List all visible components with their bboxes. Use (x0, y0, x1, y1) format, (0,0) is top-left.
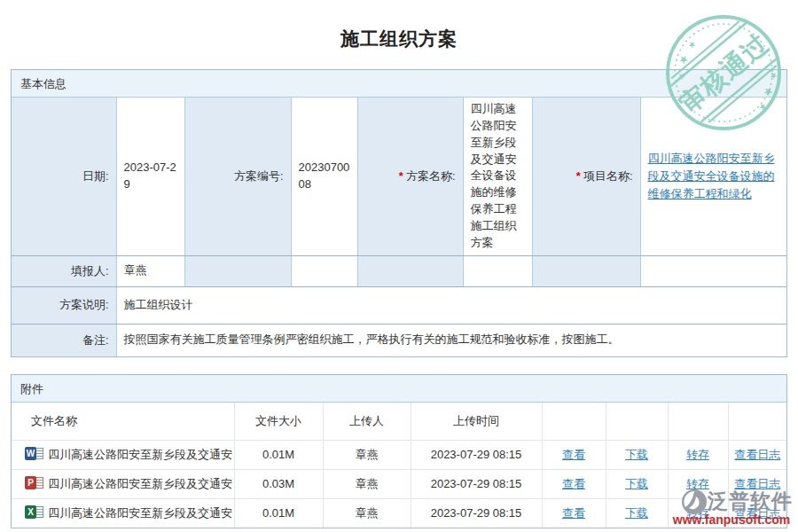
col-file-size: 文件大小 (234, 403, 323, 440)
action-cell: 转存 (668, 440, 728, 469)
empty-value-cell (463, 255, 532, 286)
file-name: 四川高速公路阳安至新乡段及交通安 (48, 506, 232, 520)
file-name: 四川高速公路阳安至新乡段及交通安 (48, 477, 232, 490)
attachments-header-row: 文件名称 文件大小 上传人 上传时间 (12, 403, 786, 440)
transfer-link[interactable]: 转存 (686, 448, 709, 461)
empty-label-cell (532, 255, 640, 286)
file-name-cell: W四川高速公路阳安至新乡段及交通安 (12, 440, 234, 469)
view-link[interactable]: 查看 (562, 506, 585, 520)
basic-info-table: 日期: 2023-07-29 方案编号: 2023070008 *方案名称: 四… (12, 98, 786, 356)
file-name: 四川高速公路阳安至新乡段及交通安 (48, 448, 232, 461)
date-label: 日期: (12, 98, 116, 255)
file-name-cell: P四川高速公路阳安至新乡段及交通安 (12, 469, 234, 498)
pdf-file-icon: P (25, 476, 43, 490)
empty-value-cell (291, 255, 357, 286)
page: 施工组织方案 基本信息 日期: 2023-07-29 方案编号: 2023070… (0, 0, 798, 532)
reporter-label: 填报人: (12, 255, 116, 286)
basic-info-section-title: 基本信息 (12, 70, 786, 98)
file-uploader: 章燕 (323, 469, 411, 498)
table-row: 备注: 按照国家有关施工质量管理条例严密组织施工，严格执行有关的施工规范和验收标… (12, 324, 786, 356)
file-size: 0.01M (234, 498, 323, 528)
col-action-empty (668, 403, 728, 440)
attachment-row: W四川高速公路阳安至新乡段及交通安 0.01M 章燕 2023-07-29 08… (12, 440, 786, 469)
file-upload-time: 2023-07-29 08:15 (411, 469, 542, 498)
project-name-label-text: 项目名称: (583, 169, 633, 183)
file-upload-time: 2023-07-29 08:15 (411, 498, 542, 528)
transfer-link[interactable]: 转存 (686, 506, 709, 520)
remark-value: 按照国家有关施工质量管理条例严密组织施工，严格执行有关的施工规范和验收标准，按图… (116, 324, 786, 356)
plan-name-label: *方案名称: (357, 98, 463, 255)
file-upload-time: 2023-07-29 08:15 (411, 440, 542, 469)
view-log-link[interactable]: 查看日志 (734, 448, 780, 461)
table-row: 日期: 2023-07-29 方案编号: 2023070008 *方案名称: 四… (12, 98, 786, 255)
col-uploader: 上传人 (323, 403, 411, 440)
col-action-empty (728, 403, 786, 440)
action-cell: 转存 (668, 469, 728, 498)
plan-no-value: 2023070008 (291, 98, 357, 255)
view-log-link[interactable]: 查看日志 (734, 477, 780, 490)
empty-label-cell (357, 255, 463, 286)
download-link[interactable]: 下载 (625, 506, 648, 520)
empty-label-cell (184, 255, 291, 286)
word-file-icon: W (25, 447, 43, 461)
project-name-cell: 四川高速公路阳安至新乡段及交通安全设备设施的维修保养工程和绿化 (640, 98, 786, 255)
view-log-link[interactable]: 查看日志 (734, 506, 780, 520)
project-link[interactable]: 四川高速公路阳安至新乡段及交通安全设备设施的维修保养工程和绿化 (648, 152, 775, 200)
table-row: 填报人: 章燕 (12, 255, 786, 286)
col-action-empty (606, 403, 668, 440)
action-cell: 查看日志 (728, 498, 786, 528)
attachments-section-title: 附件 (12, 375, 786, 403)
plan-no-label: 方案编号: (184, 98, 291, 255)
plan-desc-value: 施工组织设计 (116, 286, 786, 324)
action-cell: 下载 (606, 440, 668, 469)
view-link[interactable]: 查看 (562, 448, 585, 461)
action-cell: 查看 (542, 440, 606, 469)
attachment-row: P四川高速公路阳安至新乡段及交通安 0.03M 章燕 2023-07-29 08… (12, 469, 786, 498)
plan-name-label-text: 方案名称: (406, 169, 456, 183)
col-action-empty (542, 403, 606, 440)
date-value: 2023-07-29 (116, 98, 184, 255)
remark-label: 备注: (12, 324, 116, 356)
view-link[interactable]: 查看 (562, 477, 585, 490)
col-upload-time: 上传时间 (411, 403, 542, 440)
file-uploader: 章燕 (323, 440, 411, 469)
action-cell: 下载 (606, 469, 668, 498)
svg-text:★: ★ (676, 51, 692, 68)
action-cell: 查看日志 (728, 469, 786, 498)
file-name-cell: X四川高速公路阳安至新乡段及交通安 (12, 498, 234, 528)
plan-name-value: 四川高速公路阳安至新乡段及交通安全设备设施的维修保养工程施工组织方案 (463, 98, 532, 255)
table-row: 方案说明: 施工组织设计 (12, 286, 786, 324)
reporter-value: 章燕 (116, 255, 184, 286)
attachment-row: X四川高速公路阳安至新乡段及交通安 0.01M 章燕 2023-07-29 08… (12, 498, 786, 528)
file-uploader: 章燕 (323, 498, 411, 528)
action-cell: 查看日志 (728, 440, 786, 469)
file-size: 0.01M (234, 440, 323, 469)
required-asterisk: * (576, 169, 581, 183)
empty-value-cell (640, 255, 786, 286)
col-file-name: 文件名称 (12, 403, 234, 440)
plan-desc-label: 方案说明: (12, 286, 116, 324)
action-cell: 转存 (668, 498, 728, 528)
file-size: 0.03M (234, 469, 323, 498)
excel-file-icon: X (25, 505, 43, 520)
basic-info-panel: 基本信息 日期: 2023-07-29 方案编号: 2023070008 *方案… (11, 69, 787, 357)
transfer-link[interactable]: 转存 (686, 477, 709, 490)
attachments-table: 文件名称 文件大小 上传人 上传时间 W四川高速公路阳安至新乡段及交通安 0.0… (12, 403, 786, 528)
action-cell: 查看 (542, 498, 606, 528)
project-name-label: *项目名称: (532, 98, 640, 255)
action-cell: 查看 (542, 469, 606, 498)
required-asterisk: * (399, 169, 403, 183)
action-cell: 下载 (606, 498, 668, 528)
page-title: 施工组织方案 (0, 27, 798, 51)
attachments-panel: 附件 文件名称 文件大小 上传人 上传时间 W四川高速公路阳安至新乡段及交通安 … (11, 374, 787, 528)
download-link[interactable]: 下载 (625, 448, 648, 461)
download-link[interactable]: 下载 (625, 477, 648, 490)
